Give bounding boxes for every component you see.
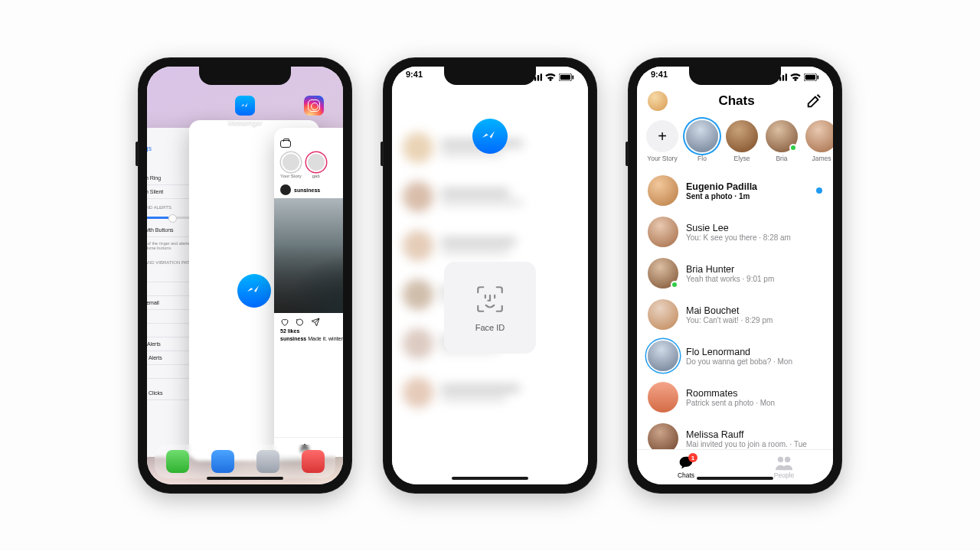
- instagram-story[interactable]: [306, 152, 326, 172]
- messenger-icon: [237, 274, 271, 308]
- chat-list: Eugenio PadillaSent a photo · 1mSusie Le…: [637, 170, 833, 449]
- status-time: 9:41: [406, 70, 423, 85]
- chat-name: Flo Lenormand: [686, 347, 822, 357]
- faceid-prompt[interactable]: Face ID: [444, 262, 536, 354]
- notch: [444, 67, 536, 85]
- instagram-stories-row: Your Story gab: [274, 152, 343, 183]
- stories-row: +Your StoryFloElyseBriaJames: [637, 116, 833, 170]
- svg-rect-4: [541, 73, 542, 80]
- notch: [689, 67, 781, 85]
- svg-rect-6: [560, 75, 570, 80]
- instagram-your-story[interactable]: [281, 152, 301, 172]
- story-item[interactable]: Elyse: [726, 120, 758, 162]
- svg-point-15: [778, 457, 783, 462]
- chat-subtitle: Patrick sent a photo · Mon: [686, 399, 822, 407]
- dock-app[interactable]: [302, 450, 325, 473]
- chat-row[interactable]: Susie LeeYou: K see you there · 8:28 am: [637, 211, 833, 253]
- chat-row[interactable]: Eugenio PadillaSent a photo · 1m: [637, 170, 833, 211]
- svg-rect-11: [786, 73, 787, 80]
- dock-app[interactable]: [166, 450, 189, 473]
- dock-app[interactable]: [256, 450, 279, 473]
- your-story-add[interactable]: +Your Story: [646, 120, 678, 162]
- battery-icon: [559, 73, 574, 81]
- switcher-app-messenger[interactable]: Messenger: [228, 96, 263, 126]
- chat-subtitle: Do you wanna get boba? · Mon: [686, 357, 822, 366]
- chat-name: Melissa Rauff: [686, 429, 822, 440]
- phone-mockup-chats: 9:41 Chats +Your StoryFloElyseBriaJames …: [628, 57, 842, 494]
- phone-mockup-app-switcher: · Messenger · ‹ Settings VIBRATE Vibrate…: [138, 57, 352, 494]
- instagram-post-photo[interactable]: [274, 198, 343, 313]
- chat-name: Eugenio Padilla: [686, 181, 808, 192]
- chat-row[interactable]: Mai BouchetYou: Can't wait! · 8:29 pm: [637, 294, 833, 335]
- chat-avatar[interactable]: [648, 341, 678, 371]
- story-item[interactable]: Flo: [686, 120, 718, 162]
- messenger-logo-locked: [472, 119, 508, 154]
- chat-subtitle: You: Can't wait! · 8:29 pm: [686, 316, 822, 324]
- notch: [199, 67, 291, 85]
- wifi-icon: [545, 73, 556, 81]
- svg-rect-13: [805, 75, 815, 80]
- story-item[interactable]: James: [805, 120, 833, 162]
- chat-avatar[interactable]: [648, 423, 678, 449]
- instagram-caption: sunsiness Made it. winter vibes 🏔️: [274, 334, 343, 348]
- phone-mockup-faceid: 9:41: [383, 57, 597, 494]
- chat-row[interactable]: Bria HunterYeah that works · 9:01 pm: [637, 253, 833, 294]
- instagram-post-avatar[interactable]: [280, 184, 291, 195]
- story-item[interactable]: Bria: [766, 120, 798, 162]
- chat-row[interactable]: Melissa RauffMai invited you to join a r…: [637, 418, 833, 449]
- svg-rect-7: [573, 76, 574, 80]
- chat-avatar[interactable]: [648, 258, 678, 289]
- faceid-icon: [474, 283, 506, 315]
- chat-avatar[interactable]: [648, 299, 678, 330]
- instagram-post-user[interactable]: sunsiness: [294, 187, 320, 193]
- chat-subtitle: You: K see you there · 8:28 am: [686, 233, 822, 242]
- messenger-icon: [235, 96, 255, 116]
- chat-subtitle: Sent a photo · 1m: [686, 192, 808, 201]
- people-icon: [776, 455, 792, 471]
- chat-name: Mai Bouchet: [686, 305, 822, 316]
- switcher-app-instagram[interactable]: ·: [304, 96, 324, 126]
- switcher-card-instagram[interactable]: Your Story gab sunsiness 52 likes sunsin…: [274, 128, 343, 457]
- chat-avatar[interactable]: [648, 217, 678, 247]
- dock-app[interactable]: [211, 450, 234, 473]
- story-label: Elyse: [734, 155, 750, 162]
- chat-avatar[interactable]: [648, 175, 678, 206]
- svg-rect-3: [537, 75, 539, 81]
- home-indicator[interactable]: [207, 477, 283, 480]
- profile-avatar[interactable]: [648, 91, 668, 111]
- unread-badge: 1: [688, 453, 697, 462]
- switcher-app-label: Messenger: [228, 119, 263, 126]
- chat-name: Susie Lee: [686, 223, 822, 233]
- like-icon[interactable]: [280, 318, 289, 327]
- battery-icon: [804, 73, 819, 81]
- instagram-likes: 52 likes: [274, 328, 343, 334]
- faceid-label: Face ID: [475, 323, 505, 332]
- home-indicator[interactable]: [697, 477, 773, 480]
- instagram-icon: [304, 96, 324, 116]
- chat-avatar[interactable]: [648, 382, 678, 412]
- compose-icon[interactable]: [805, 93, 822, 109]
- instagram-actions: [274, 313, 343, 328]
- app-switcher-icons-row: · Messenger ·: [147, 96, 343, 126]
- chat-row[interactable]: Flo LenormandDo you wanna get boba? · Mo…: [637, 335, 833, 377]
- page-title: Chats: [718, 93, 754, 109]
- story-label: James: [812, 155, 831, 162]
- svg-point-16: [785, 457, 790, 462]
- story-label: Bria: [776, 155, 787, 162]
- story-label: Flo: [697, 155, 707, 162]
- chat-name: Roommates: [686, 388, 822, 399]
- svg-rect-10: [782, 75, 784, 81]
- wifi-icon: [790, 73, 801, 81]
- story-label: Your Story: [647, 155, 677, 162]
- share-icon[interactable]: [311, 318, 320, 327]
- chat-subtitle: Yeah that works · 9:01 pm: [686, 275, 822, 283]
- chat-subtitle: Mai invited you to join a room. · Tue: [686, 440, 822, 448]
- chat-name: Bria Hunter: [686, 264, 822, 275]
- svg-rect-14: [818, 76, 819, 80]
- chat-row[interactable]: RoommatesPatrick sent a photo · Mon: [637, 377, 833, 418]
- unread-dot: [816, 187, 822, 194]
- camera-icon[interactable]: [280, 140, 291, 148]
- home-indicator[interactable]: [452, 477, 528, 480]
- status-time: 9:41: [651, 70, 668, 85]
- comment-icon[interactable]: [296, 318, 305, 327]
